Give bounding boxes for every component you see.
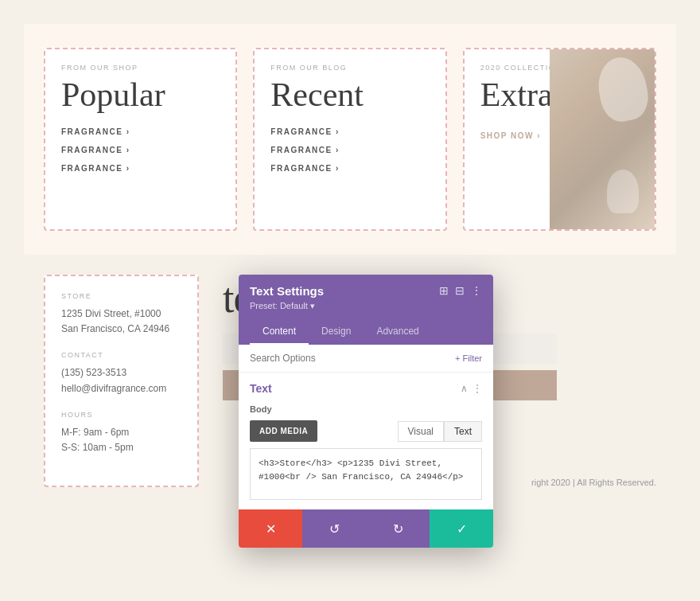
search-row: + Filter	[239, 345, 493, 373]
code-content: <h3>Store</h3> <p>1235 Divi Street, #100…	[259, 459, 463, 482]
cancel-icon: ✕	[266, 521, 276, 537]
filter-button[interactable]: + Filter	[455, 353, 482, 363]
text-view-button[interactable]: Text	[444, 421, 482, 442]
text-section-title: Text	[250, 382, 272, 395]
hours-label: HOURS	[61, 411, 181, 419]
store-label: STORE	[61, 292, 181, 300]
modal-body: + Filter Text ∧ ⋮ Body ADD MEDIA Visual	[239, 345, 493, 509]
modal-title-icons: ⊞ ⊟ ⋮	[439, 284, 482, 298]
collapse-icon[interactable]: ∧	[461, 383, 468, 395]
card-title-2: Recent	[270, 78, 429, 111]
tab-design[interactable]: Design	[309, 319, 364, 345]
more-icon[interactable]: ⋮	[471, 284, 482, 298]
card-title-1: Popular	[61, 78, 220, 111]
modal-title: Text Settings	[250, 284, 324, 298]
contact-info: (135) 523-3513 hello@divifragrance.com	[61, 365, 181, 396]
modal-title-row: Text Settings ⊞ ⊟ ⋮	[250, 284, 482, 298]
weekend-hours: S-S: 10am - 5pm	[61, 442, 134, 453]
undo-icon: ↺	[329, 521, 340, 537]
card-image	[550, 49, 655, 229]
editor-toolbar: ADD MEDIA Visual Text	[250, 420, 482, 442]
card-eyebrow-2: FROM OUR BLOG	[270, 64, 429, 72]
cards-section: FROM OUR SHOP Popular FRAGRANCE FRAGRANC…	[24, 24, 676, 255]
address-line1: 1235 Divi Street, #1000	[61, 308, 161, 319]
modal-preset[interactable]: Preset: Default ▾	[250, 301, 482, 311]
card-link-2-2[interactable]: FRAGRANCE	[270, 146, 429, 154]
footer-text: right 2020 | All Rights Reserved.	[531, 478, 656, 487]
modal-header: Text Settings ⊞ ⊟ ⋮ Preset: Default ▾ Co…	[239, 275, 493, 345]
tab-advanced[interactable]: Advanced	[364, 319, 431, 345]
card-link-1-1[interactable]: FRAGRANCE	[61, 127, 220, 136]
extra-card: 2020 COLLECTION Extra SHOP NOW	[463, 48, 656, 231]
email: hello@divifragrance.com	[61, 383, 166, 394]
card-link-2-1[interactable]: FRAGRANCE	[270, 127, 429, 136]
store-info-card: STORE 1235 Divi Street, #1000 San Franci…	[44, 275, 199, 487]
address-line2: San Francisco, CA 24946	[61, 323, 169, 334]
modal-overlay: Text Settings ⊞ ⊟ ⋮ Preset: Default ▾ Co…	[239, 275, 493, 548]
columns-icon[interactable]: ⊟	[455, 284, 465, 298]
popular-card: FROM OUR SHOP Popular FRAGRANCE FRAGRANC…	[44, 48, 237, 231]
text-section-header: Text ∧ ⋮	[250, 382, 482, 395]
store-address: 1235 Divi Street, #1000 San Francisco, C…	[61, 306, 181, 337]
weekday-hours: M-F: 9am - 6pm	[61, 427, 129, 438]
fullscreen-icon[interactable]: ⊞	[439, 284, 449, 298]
card-link-2-3[interactable]: FRAGRANCE	[270, 164, 429, 173]
redo-button[interactable]: ↻	[366, 509, 430, 548]
save-button[interactable]: ✓	[430, 509, 493, 548]
undo-button[interactable]: ↺	[302, 509, 366, 548]
text-section-controls: ∧ ⋮	[461, 383, 482, 395]
cancel-button[interactable]: ✕	[239, 509, 302, 548]
save-icon: ✓	[457, 521, 467, 537]
recent-card: FROM OUR BLOG Recent FRAGRANCE FRAGRANCE…	[253, 48, 446, 231]
phone: (135) 523-3513	[61, 367, 126, 378]
redo-icon: ↻	[393, 521, 403, 537]
card-link-1-2[interactable]: FRAGRANCE	[61, 146, 220, 154]
modal-footer: ✕ ↺ ↻ ✓	[239, 509, 493, 548]
modal-tabs: Content Design Advanced	[250, 319, 482, 345]
text-section: Text ∧ ⋮ Body ADD MEDIA Visual Text	[239, 373, 493, 509]
card-link-1-3[interactable]: FRAGRANCE	[61, 164, 220, 173]
shop-now-link[interactable]: SHOP NOW	[480, 131, 542, 140]
search-input[interactable]	[250, 353, 449, 364]
hours-info: M-F: 9am - 6pm S-S: 10am - 5pm	[61, 425, 181, 455]
editor-view-buttons: Visual Text	[398, 421, 482, 442]
section-more-icon[interactable]: ⋮	[472, 383, 482, 395]
add-media-button[interactable]: ADD MEDIA	[250, 420, 317, 442]
tab-content[interactable]: Content	[250, 319, 309, 345]
contact-label: CONTACT	[61, 351, 181, 359]
visual-view-button[interactable]: Visual	[398, 421, 444, 442]
copyright-text: right 2020 | All Rights Reserved.	[531, 478, 656, 487]
card-eyebrow-1: FROM OUR SHOP	[61, 64, 220, 72]
text-settings-modal: Text Settings ⊞ ⊟ ⋮ Preset: Default ▾ Co…	[239, 275, 493, 548]
code-editor[interactable]: <h3>Store</h3> <p>1235 Divi Street, #100…	[250, 448, 482, 500]
body-label: Body	[250, 404, 482, 414]
